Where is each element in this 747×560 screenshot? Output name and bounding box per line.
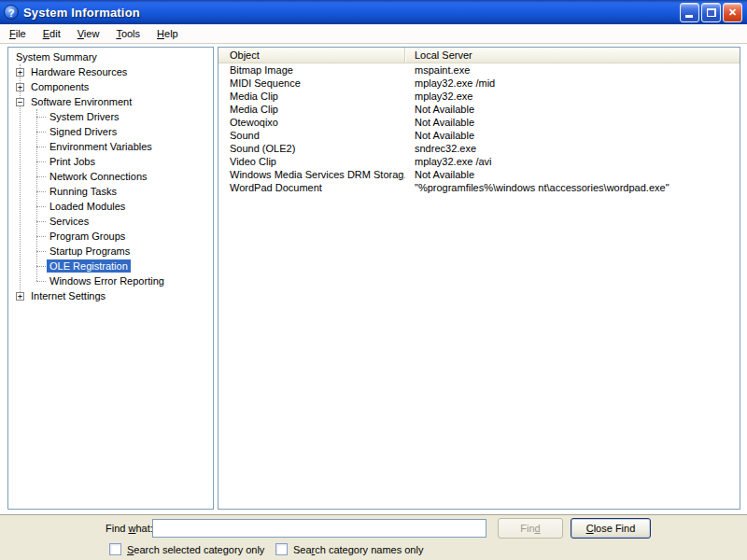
client-area: System Summary +Hardware Resources +Comp… <box>0 44 747 511</box>
selected-tree-item-label: OLE Registration <box>47 259 131 273</box>
close-icon: ✕ <box>728 7 737 18</box>
window-controls: ✕ <box>680 3 742 22</box>
search-category-names-option: Search category names only <box>275 543 423 555</box>
tree-connector <box>36 206 46 207</box>
minimize-icon <box>685 15 693 18</box>
menu-edit[interactable]: Edit <box>35 25 69 42</box>
list-row[interactable]: Media ClipNot Available <box>218 103 740 116</box>
find-button[interactable]: Find <box>498 518 563 539</box>
list-row[interactable]: MIDI Sequencemplay32.exe /mid <box>218 77 740 90</box>
tree-item-system-summary[interactable]: System Summary <box>8 49 213 64</box>
list-row[interactable]: OtewoqixoNot Available <box>218 116 740 129</box>
expand-plus-icon[interactable]: + <box>16 292 24 301</box>
tree-connector <box>36 161 46 162</box>
collapse-minus-icon[interactable]: − <box>16 98 24 106</box>
list-row[interactable]: WordPad Document"%programfiles%\windows … <box>218 181 740 194</box>
tree-connector <box>36 132 46 133</box>
titlebar[interactable]: ? System Information ✕ <box>0 0 747 24</box>
tree-item-signed-drivers[interactable]: Signed Drivers <box>8 124 213 139</box>
category-tree-panel: System Summary +Hardware Resources +Comp… <box>7 47 214 510</box>
tree-connector <box>36 221 46 222</box>
tree-connector <box>36 266 46 267</box>
category-tree: System Summary +Hardware Resources +Comp… <box>8 48 213 303</box>
minimize-button[interactable] <box>680 3 699 22</box>
tree-item-services[interactable]: Services <box>8 214 213 229</box>
tree-connector <box>36 176 46 177</box>
expand-plus-icon[interactable]: + <box>16 83 24 91</box>
tree-item-hardware-resources[interactable]: +Hardware Resources <box>8 64 213 79</box>
expand-plus-icon[interactable]: + <box>16 68 24 77</box>
tree-item-network-connections[interactable]: Network Connections <box>8 169 213 184</box>
find-bar: Find what: Find Close Find Search select… <box>0 515 747 560</box>
tree-item-running-tasks[interactable]: Running Tasks <box>8 184 213 199</box>
search-category-names-label: Search category names only <box>293 544 423 555</box>
column-header-object[interactable]: Object <box>218 48 405 63</box>
list-row[interactable]: SoundNot Available <box>218 129 740 142</box>
restore-icon <box>707 8 716 17</box>
tree-connector <box>36 117 46 118</box>
tree-item-system-drivers[interactable]: System Drivers <box>8 109 213 124</box>
tree-item-components[interactable]: +Components <box>8 79 213 94</box>
tree-item-startup-programs[interactable]: Startup Programs <box>8 244 213 259</box>
tree-item-internet-settings[interactable]: +Internet Settings <box>8 288 213 303</box>
search-selected-category-label: Search selected category only <box>127 544 264 555</box>
window-title: System Information <box>23 6 680 20</box>
close-find-button[interactable]: Close Find <box>571 518 651 539</box>
list-row[interactable]: Sound (OLE2)sndrec32.exe <box>218 142 740 155</box>
close-button[interactable]: ✕ <box>723 3 742 22</box>
restore-button[interactable] <box>701 3 721 22</box>
search-category-names-checkbox[interactable] <box>275 543 288 555</box>
list-rows: Bitmap Imagemspaint.exe MIDI Sequencempl… <box>218 63 740 509</box>
search-selected-category-option: Search selected category only <box>109 543 264 555</box>
search-selected-category-checkbox[interactable] <box>109 543 121 555</box>
list-header: Object Local Server <box>218 48 740 63</box>
tree-connector <box>36 191 46 192</box>
list-row[interactable]: Video Clipmplay32.exe /avi <box>218 155 740 168</box>
tree-connector <box>36 147 46 147</box>
column-header-local-server[interactable]: Local Server <box>405 48 740 63</box>
menu-view[interactable]: View <box>69 25 108 42</box>
tree-item-windows-error-reporting[interactable]: Windows Error Reporting <box>8 273 213 288</box>
tree-item-ole-registration[interactable]: OLE Registration <box>8 259 213 273</box>
system-information-icon: ? <box>4 5 19 20</box>
list-row[interactable]: Bitmap Imagemspaint.exe <box>218 63 740 77</box>
menu-file[interactable]: File <box>1 25 35 42</box>
find-what-label: Find what: <box>106 523 153 534</box>
find-what-input[interactable] <box>152 519 486 538</box>
menu-help[interactable]: Help <box>148 25 187 42</box>
tree-connector <box>36 251 46 252</box>
list-row[interactable]: Windows Media Services DRM Storag...Not … <box>218 168 740 181</box>
tree-item-software-environment[interactable]: −Software Environment <box>8 94 213 109</box>
system-information-window: ? System Information ✕ File Edit View To… <box>0 0 747 560</box>
tree-item-print-jobs[interactable]: Print Jobs <box>8 154 213 169</box>
tree-connector <box>36 236 46 237</box>
tree-item-environment-variables[interactable]: Environment Variables <box>8 139 213 154</box>
tree-item-loaded-modules[interactable]: Loaded Modules <box>8 199 213 214</box>
menu-tools[interactable]: Tools <box>107 25 148 42</box>
menu-bar: File Edit View Tools Help <box>0 24 747 44</box>
list-row[interactable]: Media Clipmplay32.exe <box>218 90 740 103</box>
ole-registration-list-panel: Object Local Server Bitmap Imagemspaint.… <box>218 47 740 510</box>
tree-connector <box>36 281 46 282</box>
tree-item-program-groups[interactable]: Program Groups <box>8 229 213 244</box>
